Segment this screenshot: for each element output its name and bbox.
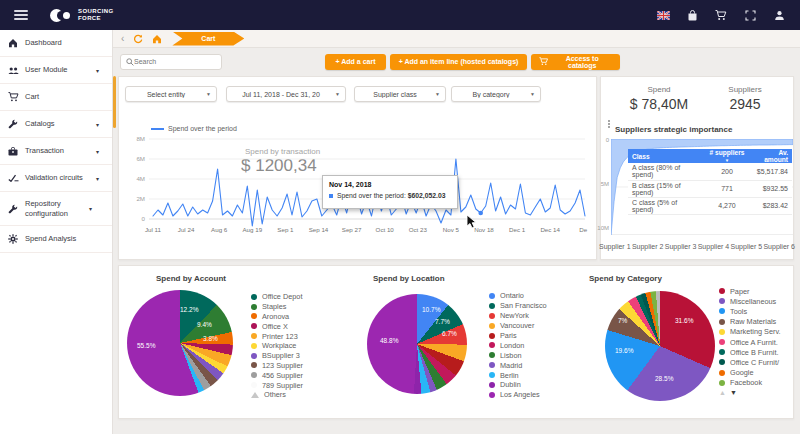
table-row[interactable]: B class (15% of spend)771$932.55: [628, 180, 792, 197]
sidebar-item-validation-circuits[interactable]: Validation circuits ▾: [0, 165, 112, 192]
legend-dot-marker: [489, 372, 495, 378]
breadcrumb-tab-cart[interactable]: Cart: [172, 32, 244, 46]
home-icon[interactable]: [152, 34, 162, 44]
supplier-class-dropdown[interactable]: Supplier class ▼: [354, 86, 446, 102]
signature-check-icon: [8, 174, 20, 182]
legend-item[interactable]: Lisbon: [489, 350, 547, 360]
x-axis-label: Supplier 2: [632, 243, 664, 250]
legend-item[interactable]: Office X: [251, 321, 303, 331]
legend-item[interactable]: Miscellaneous: [719, 296, 781, 306]
y-axis-tick: 8M: [136, 135, 145, 142]
pie-slice-percent-label: 48.8%: [380, 337, 398, 344]
chevron-down-icon: ▾: [96, 67, 104, 74]
cart-icon[interactable]: [714, 9, 728, 21]
legend-item[interactable]: Madrid: [489, 360, 547, 370]
pie-slice-percent-label: 12.2%: [180, 306, 198, 313]
legend-item[interactable]: 789 Supplier: [251, 380, 303, 390]
legend-item[interactable]: 456 Supplier: [251, 370, 303, 380]
table-row[interactable]: C class (5% of spend)4,270$283.42: [628, 197, 792, 214]
legend-item[interactable]: Office Depot: [251, 292, 303, 302]
legend-item[interactable]: Paper: [719, 286, 781, 296]
legend-item[interactable]: 123 Supplier: [251, 361, 303, 371]
legend-item[interactable]: San Francisco: [489, 301, 547, 311]
refresh-icon[interactable]: [133, 34, 143, 44]
legend-item[interactable]: Google: [719, 368, 781, 378]
legend-item[interactable]: Others: [251, 390, 303, 400]
access-catalogs-button[interactable]: Access to catalogs: [531, 54, 620, 70]
legend-page-up-icon[interactable]: ▲: [719, 389, 726, 396]
legend-item[interactable]: BSupplier 3: [251, 351, 303, 361]
table-cell: C class (5% of spend): [628, 197, 704, 214]
pie-chart-location[interactable]: 10.7%7.7%6.7%48.8%: [367, 294, 467, 394]
line-chart-legend[interactable]: Spend over the period: [151, 125, 237, 132]
pie-slice-percent-label: 3.8%: [203, 335, 218, 342]
spend-chart-card: Select entity ▼ Jul 11, 2018 - Dec 31, 2…: [118, 76, 597, 260]
sidebar-item-dashboard[interactable]: Dashboard: [0, 30, 112, 57]
legend-item[interactable]: Office B Furnit.: [719, 347, 781, 357]
x-axis-tick: Oct 10: [376, 226, 395, 233]
legend-dot-marker: [251, 362, 257, 368]
column-header-class[interactable]: Class: [628, 149, 704, 163]
chevron-down-icon: ▾: [96, 175, 104, 182]
legend-item[interactable]: Office A Furnit.: [719, 337, 781, 347]
legend-dot-marker: [251, 343, 257, 349]
x-axis-tick: Oct 23: [409, 226, 428, 233]
language-flag-icon[interactable]: [656, 9, 670, 21]
legend-item[interactable]: Printer 123: [251, 331, 303, 341]
column-header-suppliers[interactable]: # suppliers ▼: [704, 149, 750, 163]
legend-label: Office A Furnit.: [730, 338, 778, 347]
legend-item[interactable]: Tools: [719, 306, 781, 316]
hamburger-menu-icon[interactable]: [14, 8, 28, 22]
inbox-bag-icon[interactable]: [685, 9, 699, 21]
legend-item[interactable]: Berlin: [489, 370, 547, 380]
legend-page-down-icon[interactable]: ▼: [730, 389, 737, 396]
pie-chart-account[interactable]: 12.2%9.4%3.8%55.5%: [127, 290, 233, 396]
search-input[interactable]: [134, 58, 214, 65]
legend-item[interactable]: Paris: [489, 331, 547, 341]
sidebar-item-cart[interactable]: Cart: [0, 84, 112, 111]
legend-item[interactable]: Raw Materials: [719, 317, 781, 327]
legend-dot-marker: [489, 333, 495, 339]
legend-item[interactable]: Los Angeles: [489, 390, 547, 400]
add-item-line-button[interactable]: + Add an item line (hosted catalogs): [390, 54, 527, 70]
column-header-amount[interactable]: Av. amount: [750, 149, 792, 163]
legend-item[interactable]: Marketing Serv.: [719, 327, 781, 337]
legend-item[interactable]: Aronova: [251, 312, 303, 322]
legend-item[interactable]: NewYork: [489, 311, 547, 321]
chevron-down-icon: ▾: [96, 121, 104, 128]
date-range-dropdown[interactable]: Jul 11, 2018 - Dec 31, 20 ▼: [226, 86, 346, 102]
sidebar-item-repository-configuration[interactable]: Repository configuration ▾: [0, 192, 112, 226]
sidebar-item-user-module[interactable]: User Module ▾: [0, 57, 112, 84]
legend-item[interactable]: Vancouver: [489, 321, 547, 331]
fullscreen-icon[interactable]: [743, 9, 757, 21]
button-label: Access to catalogs: [552, 55, 612, 69]
add-cart-button[interactable]: + Add a cart: [325, 54, 386, 70]
pie-slice-percent-label: 55.5%: [137, 342, 155, 349]
x-axis-tick: Jul 11: [145, 226, 162, 233]
sidebar-item-spend-analysis[interactable]: Spend Analysis: [0, 226, 112, 253]
legend-item[interactable]: London: [489, 340, 547, 350]
brand-logo: SOURCING FORCE: [50, 8, 114, 23]
sidebar-item-transaction[interactable]: Transaction ▾: [0, 138, 112, 165]
legend-item[interactable]: Office C Furnit/: [719, 357, 781, 367]
back-chevron-icon[interactable]: ‹: [121, 34, 124, 44]
scroll-indicator[interactable]: [113, 76, 116, 128]
stat-value: 2945: [709, 96, 781, 112]
legend-item[interactable]: Ontario: [489, 291, 547, 301]
legend-item[interactable]: Facebook: [719, 378, 781, 388]
sidebar-item-label: Cart: [25, 92, 104, 101]
panel-options-kebab-icon[interactable]: [605, 119, 613, 129]
x-axis-tick: Sep 14: [309, 226, 329, 233]
y-axis-tick: 4M: [136, 175, 145, 182]
legend-label: Workplace: [262, 341, 296, 350]
pie-chart-category[interactable]: 31.6%28.5%19.6%7%: [605, 291, 715, 401]
table-row[interactable]: A class (80% of spend)200$5,517.84: [628, 163, 792, 180]
legend-item[interactable]: Workplace: [251, 341, 303, 351]
legend-item[interactable]: Staples: [251, 302, 303, 312]
user-profile-icon[interactable]: [772, 9, 786, 21]
legend-item[interactable]: Dublin: [489, 380, 547, 390]
table-cell: $932.55: [750, 180, 792, 197]
select-entity-dropdown[interactable]: Select entity ▼: [125, 86, 217, 102]
by-category-dropdown[interactable]: By category ▼: [451, 86, 541, 102]
sidebar-item-catalogs[interactable]: Catalogs ▾: [0, 111, 112, 138]
